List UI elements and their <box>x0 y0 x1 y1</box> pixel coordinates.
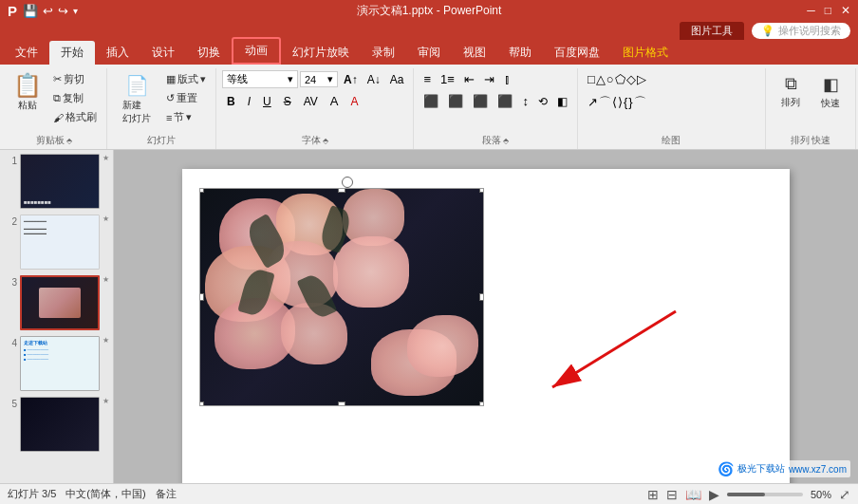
shapes-grid[interactable]: □△○⬠◇▷ <box>584 70 651 88</box>
font-color-button[interactable]: A <box>346 93 364 110</box>
font-expand-icon[interactable]: ⬘ <box>323 137 328 145</box>
tab-slideshow[interactable]: 幻灯片放映 <box>281 41 361 65</box>
window-controls: ─ □ ✕ <box>807 4 850 17</box>
italic-button[interactable]: I <box>243 93 255 110</box>
line-spacing-button[interactable]: ↕ <box>518 92 532 110</box>
normal-view-button[interactable]: ⊞ <box>647 487 659 502</box>
section-button[interactable]: ≡ 节 ▾ <box>162 108 210 126</box>
align-center-button[interactable]: ⬛ <box>444 92 467 110</box>
increase-indent-button[interactable]: ⇥ <box>480 70 498 88</box>
customize-icon[interactable]: ▾ <box>73 6 78 16</box>
char-spacing-button[interactable]: AV <box>299 93 323 110</box>
rotation-handle[interactable] <box>342 177 353 188</box>
cut-button[interactable]: ✂ 剪切 <box>49 70 101 88</box>
align-right-button[interactable]: ⬛ <box>469 92 492 110</box>
slide-thumb-4[interactable]: 4 走进下载站 ■ ──────── ■ ──────── ■ ────────… <box>4 336 109 391</box>
section-dropdown-icon: ▾ <box>186 111 192 123</box>
handle-top-right[interactable] <box>479 188 484 193</box>
slide-sorter-button[interactable]: ⊟ <box>666 487 678 502</box>
fit-window-button[interactable]: ⤢ <box>839 487 850 502</box>
slide-thumb-3[interactable]: 3 ★ <box>4 275 109 330</box>
context-tab-picture-tools[interactable]: 图片工具 <box>680 22 744 40</box>
reset-label: 重置 <box>177 91 197 105</box>
slide-thumb-1[interactable]: 1 ■■■■■■■■ ★ <box>4 154 109 209</box>
reading-view-button[interactable]: 📖 <box>685 487 701 502</box>
bold-button[interactable]: B <box>222 93 240 110</box>
shapes-more[interactable]: ↗⌒⟨⟩{}⌒ <box>584 92 651 113</box>
handle-top-center[interactable] <box>338 188 345 193</box>
slide-num-4: 4 <box>4 338 17 348</box>
tab-baidupan[interactable]: 百度网盘 <box>543 41 611 65</box>
reset-button[interactable]: ↺ 重置 <box>162 89 210 107</box>
text-shadow-button[interactable]: A <box>326 92 344 110</box>
slide-panel[interactable]: 1 ■■■■■■■■ ★ 2 ━━━━━━━━ ▬▬▬▬▬▬ ▬▬▬▬▬▬ ★ … <box>0 150 114 483</box>
zoom-slider[interactable] <box>727 493 803 496</box>
tab-file[interactable]: 文件 <box>4 41 49 65</box>
tab-view[interactable]: 视图 <box>452 41 497 65</box>
justify-button[interactable]: ⬛ <box>494 92 516 110</box>
clipboard-label: 剪贴板 ⬘ <box>8 132 101 147</box>
font-size-dropdown[interactable]: 24▾ <box>300 71 338 87</box>
watermark-brand: 极光下载站 <box>737 462 785 476</box>
slide-thumb-5[interactable]: 5 ★ <box>4 397 109 452</box>
zoom-fill <box>727 493 765 496</box>
new-slide-button[interactable]: 📄 新建幻灯片 <box>113 70 160 129</box>
save-quick-icon[interactable]: 💾 <box>23 4 38 18</box>
tab-picture-format[interactable]: 图片格式 <box>611 41 680 65</box>
tab-home[interactable]: 开始 <box>49 41 95 65</box>
increase-font-button[interactable]: A↑ <box>340 71 362 88</box>
quick-styles-button[interactable]: ◧ 快速 <box>811 70 849 114</box>
tab-design[interactable]: 设计 <box>140 41 186 65</box>
decrease-indent-button[interactable]: ⇤ <box>460 70 478 88</box>
tab-insert[interactable]: 插入 <box>95 41 140 65</box>
text-direction-button[interactable]: ⟲ <box>534 93 551 110</box>
tab-help[interactable]: 帮助 <box>497 41 543 65</box>
tab-record[interactable]: 录制 <box>361 41 406 65</box>
handle-middle-right[interactable] <box>479 293 484 301</box>
copy-button[interactable]: ⧉ 复制 <box>49 89 101 107</box>
redo-quick-icon[interactable]: ↪ <box>58 4 68 18</box>
window-title: 演示文稿1.pptx - PowerPoint <box>357 3 502 19</box>
zoom-percent: 50% <box>811 489 831 500</box>
tab-review[interactable]: 审阅 <box>406 41 452 65</box>
decrease-font-button[interactable]: A↓ <box>364 71 384 88</box>
handle-bottom-left[interactable] <box>199 401 204 406</box>
notes-button[interactable]: 备注 <box>156 487 177 501</box>
clipboard-expand-icon[interactable]: ⬘ <box>66 137 72 145</box>
help-search-box[interactable]: 💡 操作说明搜索 <box>752 23 850 39</box>
format-painter-button[interactable]: 🖌 格式刷 <box>49 108 101 126</box>
watermark-logo-icon: 🌀 <box>718 461 734 476</box>
flower-image-content <box>200 189 483 405</box>
minimize-icon[interactable]: ─ <box>807 4 815 17</box>
slide-thumb-2[interactable]: 2 ━━━━━━━━ ▬▬▬▬▬▬ ▬▬▬▬▬▬ ★ <box>4 215 109 270</box>
selected-image[interactable] <box>199 188 484 406</box>
tab-transitions[interactable]: 切换 <box>186 41 232 65</box>
tab-animations[interactable]: 动画 <box>232 37 281 65</box>
maximize-icon[interactable]: □ <box>825 4 831 17</box>
align-left-button[interactable]: ⬛ <box>420 92 442 110</box>
close-icon[interactable]: ✕ <box>841 4 850 17</box>
paste-button[interactable]: 📋 粘贴 <box>8 70 47 116</box>
columns-button[interactable]: ⫿ <box>500 70 514 88</box>
font-name-dropdown[interactable]: 等线▾ <box>222 70 298 88</box>
slide-num-5: 5 <box>4 399 17 409</box>
handle-middle-left[interactable] <box>199 293 204 301</box>
bullets-button[interactable]: ≡ <box>420 70 435 88</box>
handle-bottom-right[interactable] <box>479 401 484 406</box>
handle-top-left[interactable] <box>199 188 204 193</box>
underline-button[interactable]: U <box>258 93 276 110</box>
layout-button[interactable]: ▦ 版式 ▾ <box>162 70 210 88</box>
handle-bottom-center[interactable] <box>338 401 345 406</box>
strikethrough-button[interactable]: S <box>279 93 296 110</box>
smartart-button[interactable]: ◧ <box>553 93 571 110</box>
undo-quick-icon[interactable]: ↩ <box>43 4 53 18</box>
arrange-button[interactable]: ⧉ 排列 <box>772 70 810 113</box>
font-label: 字体 ⬘ <box>222 132 407 147</box>
paragraph-expand-icon[interactable]: ⬘ <box>503 137 509 145</box>
slideshow-view-button[interactable]: ▶ <box>709 487 719 502</box>
numbering-button[interactable]: 1≡ <box>437 70 458 88</box>
new-slide-label: 新建幻灯片 <box>122 99 151 125</box>
arrange-label: 排列 快速 <box>772 132 849 147</box>
slide-preview-5 <box>20 397 100 452</box>
clear-format-button[interactable]: Aa <box>386 71 408 88</box>
